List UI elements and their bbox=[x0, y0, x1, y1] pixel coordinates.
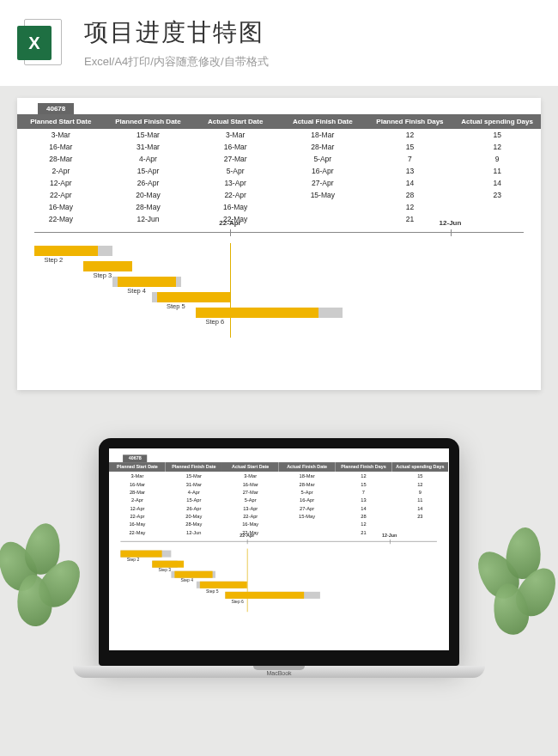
gantt-row: Step 6 bbox=[120, 590, 437, 600]
table-cell: 16-Mar bbox=[191, 141, 279, 153]
table-cell: 12-Jun bbox=[166, 528, 222, 536]
table-cell: 18-Mar bbox=[279, 129, 367, 141]
table-cell: 16-Mar bbox=[17, 141, 105, 153]
gantt-row: Step 6 bbox=[34, 306, 524, 320]
table-row: 2-Apr15-Apr5-Apr16-Apr1311 bbox=[109, 497, 448, 504]
table-cell: 11 bbox=[391, 497, 448, 504]
table-cell: 16-Mar bbox=[222, 480, 279, 488]
table-cell bbox=[391, 528, 448, 536]
macbook-mockup: 40678 Planned Start Date Planned Finish … bbox=[99, 438, 459, 678]
table-cell: 15-Apr bbox=[166, 497, 222, 504]
corner-cell-value: 40678 bbox=[38, 103, 74, 114]
table-cell: 3-Mar bbox=[17, 129, 105, 141]
table-row: 22-May12-Jun22-May21 bbox=[109, 528, 448, 536]
timeline-tick bbox=[247, 540, 248, 544]
gantt-row: Step 5 bbox=[120, 580, 437, 589]
table-cell: 22-May bbox=[109, 528, 166, 536]
table-cell: 22-Apr bbox=[17, 189, 105, 201]
table-cell: 26-Apr bbox=[166, 504, 222, 512]
table-cell: 3-Mar bbox=[191, 129, 279, 141]
table-cell: 15-Mar bbox=[166, 472, 222, 479]
timeline-tick-label: 22-Apr bbox=[240, 533, 254, 538]
col-header: Actual spending Days bbox=[391, 462, 448, 472]
table-cell: 3-Mar bbox=[109, 472, 166, 479]
table-cell: 20-May bbox=[105, 189, 192, 201]
gantt-row: Step 4 bbox=[120, 570, 437, 579]
table-cell: 22-Apr bbox=[222, 512, 279, 520]
table-cell: 28-Mar bbox=[17, 153, 105, 165]
page-subtitle: Excel/A4打印/内容随意修改/自带格式 bbox=[84, 54, 541, 70]
table-cell bbox=[391, 521, 448, 528]
gantt-row: Step 4 bbox=[34, 275, 524, 289]
gantt-bar-actual bbox=[225, 592, 304, 599]
table-cell: 20-May bbox=[166, 512, 222, 520]
gantt-bar-actual bbox=[174, 571, 212, 578]
table-cell: 15-May bbox=[279, 512, 336, 520]
table-row: 22-Apr20-May22-Apr15-May2823 bbox=[17, 189, 541, 201]
table-cell: 14 bbox=[336, 504, 392, 512]
table-row: 3-Mar15-Mar3-Mar18-Mar1215 bbox=[109, 472, 448, 479]
table-row: 28-Mar4-Apr27-Mar5-Apr79 bbox=[109, 488, 448, 496]
table-cell: 14 bbox=[367, 177, 454, 189]
col-header: Planned Finish Date bbox=[166, 462, 222, 472]
header-text: 项目进度甘特图 Excel/A4打印/内容随意修改/自带格式 bbox=[84, 16, 541, 70]
table-cell: 13-Apr bbox=[222, 504, 279, 512]
timeline-tick-label: 22-Apr bbox=[219, 219, 240, 227]
gantt-chart: 22-Apr12-Jun Step 2Step 3Step 4Step 5Ste… bbox=[120, 541, 437, 610]
col-header: Actual Finish Date bbox=[279, 462, 336, 472]
table-cell: 7 bbox=[367, 153, 454, 165]
table-cell: 22-Apr bbox=[109, 512, 166, 520]
table-cell bbox=[279, 528, 336, 536]
gantt-bars: Step 2Step 3Step 4Step 5Step 6 bbox=[34, 244, 524, 320]
table-cell: 12-Apr bbox=[109, 504, 166, 512]
table-cell: 16-Apr bbox=[279, 497, 336, 504]
table-cell: 12 bbox=[453, 141, 541, 153]
macbook-brand-label: MacBook bbox=[99, 670, 459, 676]
table-cell: 12 bbox=[336, 521, 392, 528]
table-cell: 28-Mar bbox=[279, 480, 336, 488]
plant-decoration-right bbox=[472, 515, 558, 643]
table-cell: 28-May bbox=[105, 201, 192, 213]
spreadsheet-preview: 40678 Planned Start Date Planned Finish … bbox=[17, 98, 541, 390]
table-cell: 14 bbox=[391, 504, 448, 512]
table-cell: 4-Apr bbox=[105, 153, 192, 165]
gantt-bar-actual bbox=[118, 277, 176, 287]
table-row: 22-May12-Jun22-May21 bbox=[17, 213, 541, 225]
col-header: Planned Start Date bbox=[109, 462, 166, 472]
table-cell: 15 bbox=[391, 472, 448, 479]
table-cell: 14 bbox=[453, 177, 541, 189]
table-cell: 28-Mar bbox=[109, 488, 166, 496]
gantt-bar-actual bbox=[120, 551, 161, 558]
gantt-bar-actual bbox=[200, 582, 247, 588]
table-cell: 16-Apr bbox=[279, 165, 367, 177]
table-row: 28-Mar4-Apr27-Mar5-Apr79 bbox=[17, 153, 541, 165]
gantt-step-label: Step 6 bbox=[206, 318, 225, 326]
table-cell: 11 bbox=[453, 165, 541, 177]
col-header: Planned Finish Days bbox=[336, 462, 392, 472]
table-row: 12-Apr26-Apr13-Apr27-Apr1414 bbox=[17, 177, 541, 189]
table-cell: 22-Apr bbox=[191, 189, 279, 201]
table-row: 2-Apr15-Apr5-Apr16-Apr1311 bbox=[17, 165, 541, 177]
data-table: Planned Start Date Planned Finish Date A… bbox=[109, 462, 448, 536]
excel-icon: X bbox=[17, 17, 69, 69]
table-cell bbox=[279, 521, 336, 528]
table-cell: 12-Jun bbox=[105, 213, 192, 225]
table-header-row: Planned Start Date Planned Finish Date A… bbox=[17, 114, 541, 129]
table-cell: 12 bbox=[391, 480, 448, 488]
gantt-chart: 22-Apr12-Jun Step 2Step 3Step 4Step 5Ste… bbox=[34, 232, 524, 344]
gantt-bars: Step 2Step 3Step 4Step 5Step 6 bbox=[120, 549, 437, 600]
table-row: 16-May28-May16-May12 bbox=[17, 201, 541, 213]
table-cell: 16-May bbox=[17, 201, 105, 213]
gantt-timeline: 22-Apr12-Jun bbox=[34, 232, 524, 244]
table-row: 3-Mar15-Mar3-Mar18-Mar1215 bbox=[17, 129, 541, 141]
table-cell: 15-May bbox=[279, 189, 367, 201]
table-cell: 27-Apr bbox=[279, 177, 367, 189]
table-cell: 23 bbox=[453, 189, 541, 201]
table-cell: 9 bbox=[453, 153, 541, 165]
table-cell bbox=[453, 213, 541, 225]
table-cell: 9 bbox=[391, 488, 448, 496]
col-header: Planned Start Date bbox=[17, 114, 105, 129]
table-cell: 23 bbox=[391, 512, 448, 520]
page-header: X 项目进度甘特图 Excel/A4打印/内容随意修改/自带格式 bbox=[0, 0, 558, 86]
table-cell bbox=[279, 201, 367, 213]
